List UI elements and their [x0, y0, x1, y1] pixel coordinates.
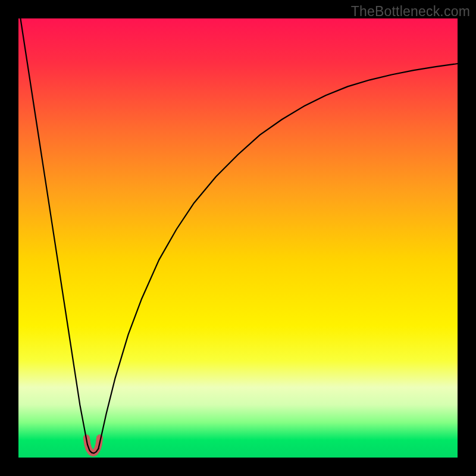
gradient-background	[18, 18, 458, 458]
chart-svg	[18, 18, 458, 458]
chart-frame: TheBottleneck.com	[0, 0, 476, 476]
watermark-text: TheBottleneck.com	[351, 4, 470, 20]
plot-area	[18, 18, 458, 458]
